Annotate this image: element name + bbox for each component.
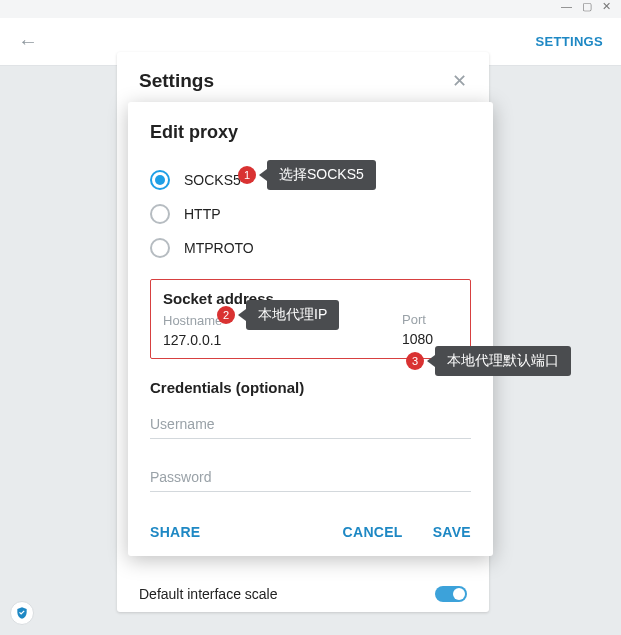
radio-icon[interactable] bbox=[150, 238, 170, 258]
radio-icon[interactable] bbox=[150, 204, 170, 224]
hostname-value[interactable]: 127.0.0.1 bbox=[163, 332, 382, 348]
annotation-arrow-icon bbox=[259, 169, 267, 181]
annotation-arrow-icon bbox=[427, 355, 435, 367]
window-titlebar: — ▢ ✕ bbox=[0, 0, 621, 18]
interface-scale-toggle[interactable] bbox=[435, 586, 467, 602]
settings-link[interactable]: SETTINGS bbox=[536, 34, 603, 49]
window-minimize-icon[interactable]: — bbox=[561, 0, 572, 18]
annotation-badge-2: 2 bbox=[217, 306, 235, 324]
annotation-text-1: 选择SOCKS5 bbox=[267, 160, 376, 190]
cancel-button[interactable]: CANCEL bbox=[343, 524, 403, 540]
interface-scale-label: Default interface scale bbox=[139, 586, 278, 602]
radio-icon[interactable] bbox=[150, 170, 170, 190]
share-button[interactable]: SHARE bbox=[150, 524, 201, 540]
proxy-option-mtproto[interactable]: MTPROTO bbox=[150, 231, 471, 265]
proxy-option-http[interactable]: HTTP bbox=[150, 197, 471, 231]
credentials-title: Credentials (optional) bbox=[150, 379, 471, 396]
annotation-text-2: 本地代理IP bbox=[246, 300, 339, 330]
username-input[interactable] bbox=[150, 408, 471, 439]
window-close-icon[interactable]: ✕ bbox=[602, 0, 611, 18]
shield-check-icon[interactable] bbox=[10, 601, 34, 625]
window-maximize-icon[interactable]: ▢ bbox=[582, 0, 592, 18]
annotation-badge-1: 1 bbox=[238, 166, 256, 184]
back-arrow-icon[interactable]: ← bbox=[18, 30, 38, 53]
annotation-text-3: 本地代理默认端口 bbox=[435, 346, 571, 376]
save-button[interactable]: SAVE bbox=[433, 524, 471, 540]
dialog-title: Edit proxy bbox=[150, 122, 471, 143]
settings-title: Settings bbox=[139, 70, 214, 92]
radio-label: SOCKS5 bbox=[184, 172, 241, 188]
close-icon[interactable]: ✕ bbox=[452, 70, 467, 92]
password-input[interactable] bbox=[150, 461, 471, 492]
radio-label: MTPROTO bbox=[184, 240, 254, 256]
annotation-arrow-icon bbox=[238, 309, 246, 321]
radio-label: HTTP bbox=[184, 206, 221, 222]
annotation-badge-3: 3 bbox=[406, 352, 424, 370]
port-value[interactable]: 1080 bbox=[402, 331, 458, 347]
port-label: Port bbox=[402, 312, 458, 327]
